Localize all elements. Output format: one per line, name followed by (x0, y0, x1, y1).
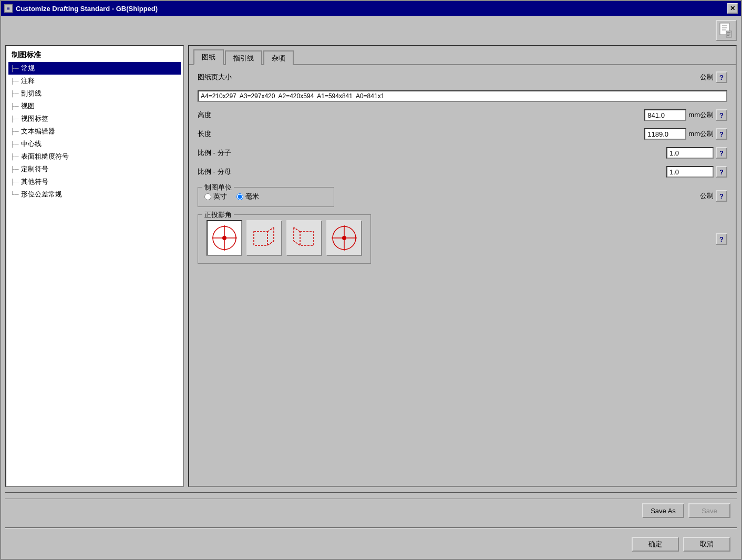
radio-mm[interactable]: 毫米 (236, 192, 259, 201)
action-row: 确定 取消 (5, 534, 737, 555)
drawing-units-legend: 制图单位 (202, 183, 234, 192)
drawing-units-group: 制图单位 英寸 毫米 (198, 187, 334, 207)
tab-leader[interactable]: 指引线 (225, 50, 262, 65)
third-proj-icon (290, 223, 319, 253)
paper-size-input[interactable] (198, 90, 727, 102)
scale-num-right: ? (666, 147, 727, 159)
doc-icon-svg (719, 23, 734, 38)
main-content: 制图标准 常规 注释 剖切线 视图 视图标签 文本编辑器 (5, 45, 737, 487)
units-help-button[interactable]: ? (716, 190, 727, 202)
ok-button[interactable]: 确定 (632, 537, 679, 552)
tree-item-8[interactable]: 定制符号 (8, 163, 181, 175)
window-title: Customize Drafting Standard - GB(Shipped… (16, 5, 158, 13)
scale-den-help-button[interactable]: ? (716, 166, 727, 178)
projection-fourth-button[interactable] (326, 220, 362, 256)
projection-second-button[interactable] (246, 220, 282, 256)
drawing-units-row: 制图单位 英寸 毫米 (198, 185, 727, 207)
tree-item-0[interactable]: 常规 (8, 62, 181, 75)
projection-help-button[interactable]: ? (716, 233, 727, 245)
title-bar: ≡ Customize Drafting Standard - GB(Shipp… (1, 1, 741, 16)
top-bar (5, 20, 737, 41)
tab-paper[interactable]: 图纸 (193, 49, 224, 65)
scale-den-right: ? (666, 166, 727, 178)
tree-item-4[interactable]: 视图标签 (8, 112, 181, 125)
scale-den-input[interactable] (666, 166, 714, 178)
projection-row: 正投影角 (198, 214, 727, 264)
scale-num-help-button[interactable]: ? (716, 147, 727, 159)
scale-num-input[interactable] (666, 147, 714, 159)
svg-rect-7 (727, 35, 729, 36)
scale-num-row: 比例 - 分子 ? (198, 147, 727, 159)
tree-item-9[interactable]: 其他符号 (8, 175, 181, 188)
paper-size-right: 公制 ? (700, 71, 727, 83)
paper-size-header-row: 图纸页大小 公制 ? (198, 71, 727, 83)
svg-rect-16 (300, 232, 314, 245)
right-panel: 图纸 指引线 杂项 图纸页大小 公制 (188, 45, 737, 487)
radio-row: 英寸 毫米 (204, 192, 327, 201)
svg-rect-3 (722, 29, 726, 30)
cancel-button[interactable]: 取消 (683, 537, 730, 552)
proj-help-right: ? (716, 233, 727, 245)
projection-first-angle-button[interactable] (207, 220, 242, 256)
radio-inches[interactable]: 英寸 (204, 192, 227, 201)
height-row: 高度 mm公制 ? (198, 109, 727, 121)
close-button[interactable]: ✕ (727, 3, 738, 14)
length-label: 长度 (198, 129, 211, 139)
height-unit: mm公制 (688, 110, 714, 120)
tab-content: 图纸页大小 公制 ? 高度 (189, 65, 736, 486)
title-bar-left: ≡ Customize Drafting Standard - GB(Shipp… (4, 4, 158, 13)
paper-size-metric: 公制 (700, 72, 714, 82)
divider-1 (5, 492, 737, 493)
svg-rect-1 (722, 25, 727, 26)
tree-panel: 制图标准 常规 注释 剖切线 视图 视图标签 文本编辑器 (5, 45, 184, 487)
svg-rect-6 (727, 34, 730, 35)
svg-point-23 (342, 236, 346, 240)
fourth-proj-icon (329, 223, 359, 253)
length-help-button[interactable]: ? (716, 128, 727, 140)
svg-rect-2 (722, 27, 727, 28)
tree-item-7[interactable]: 表面粗糙度符号 (8, 150, 181, 163)
units-metric-label: 公制 (700, 191, 714, 201)
svg-rect-12 (254, 232, 267, 245)
radio-mm-input[interactable] (236, 193, 243, 200)
main-window: ≡ Customize Drafting Standard - GB(Shipp… (0, 0, 742, 560)
tree-item-2[interactable]: 剖切线 (8, 87, 181, 100)
paper-size-dropdown-row (198, 90, 727, 102)
svg-line-17 (294, 227, 300, 232)
app-icon: ≡ (4, 4, 13, 13)
second-proj-icon (250, 223, 279, 253)
height-label: 高度 (198, 110, 211, 120)
length-input[interactable] (644, 128, 686, 140)
window-body: 制图标准 常规 注释 剖切线 视图 视图标签 文本编辑器 (1, 16, 741, 559)
paper-size-help-button[interactable]: ? (716, 71, 727, 83)
scale-num-label: 比例 - 分子 (198, 148, 231, 158)
svg-rect-5 (727, 32, 730, 33)
tree-item-1[interactable]: 注释 (8, 75, 181, 87)
tree-item-10[interactable]: 形位公差常规 (8, 188, 181, 201)
tab-misc[interactable]: 杂项 (263, 50, 294, 65)
length-row: 长度 mm公制 ? (198, 128, 727, 140)
tree-item-5[interactable]: 文本编辑器 (8, 125, 181, 138)
height-right: mm公制 ? (644, 109, 727, 121)
save-button[interactable]: Save (688, 503, 730, 518)
height-input[interactable] (644, 109, 686, 121)
svg-point-11 (222, 236, 226, 240)
projection-group: 正投影角 (198, 214, 371, 264)
scale-den-label: 比例 - 分母 (198, 167, 231, 177)
save-as-button[interactable]: Save As (642, 503, 684, 518)
scale-den-row: 比例 - 分母 ? (198, 166, 727, 178)
svg-line-14 (267, 241, 274, 245)
radio-inches-input[interactable] (204, 193, 211, 200)
length-unit: mm公制 (688, 129, 714, 139)
paper-size-label: 图纸页大小 (198, 72, 232, 82)
first-angle-icon (210, 223, 239, 253)
tree-item-6[interactable]: 中心线 (8, 138, 181, 150)
projection-legend: 正投影角 (202, 210, 234, 220)
divider-2 (5, 527, 737, 528)
document-icon-button[interactable] (716, 20, 737, 41)
tree-item-3[interactable]: 视图 (8, 100, 181, 112)
tab-bar: 图纸 指引线 杂项 (189, 46, 736, 65)
height-help-button[interactable]: ? (716, 109, 727, 121)
projection-third-button[interactable] (286, 220, 322, 256)
length-right: mm公制 ? (644, 128, 727, 140)
